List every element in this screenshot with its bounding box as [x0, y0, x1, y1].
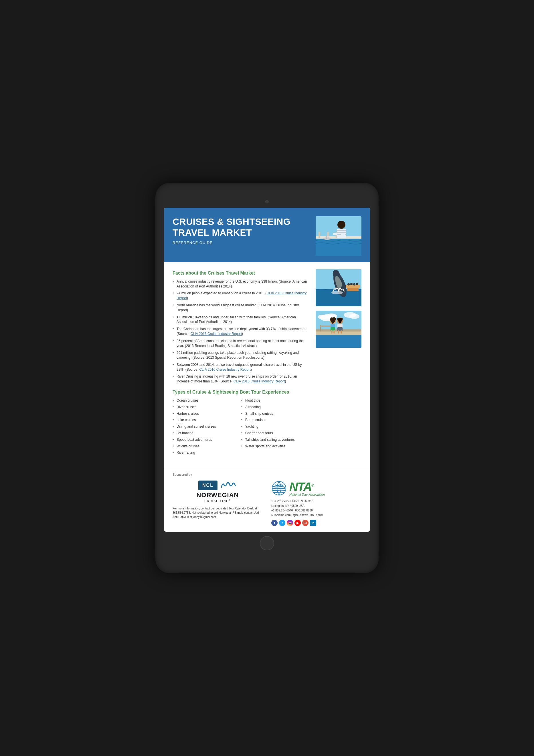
- types-list-2: Float trips Airboating Small-ship cruise…: [241, 398, 310, 448]
- svg-rect-14: [341, 233, 346, 235]
- list-item: Airboating: [241, 405, 310, 410]
- list-item: Between 2008 and 2014, cruise travel out…: [173, 363, 310, 372]
- svg-rect-51: [341, 330, 342, 334]
- ncl-logo: NCL NORWEGIAN CRUISE LINE®: [173, 480, 263, 502]
- list-item: Charter boat tours: [241, 431, 310, 436]
- svg-rect-1: [316, 239, 361, 256]
- list-item: River Cruising is increasing with 18 new…: [173, 374, 310, 384]
- list-item: 24 million people expected to embark on …: [173, 291, 310, 301]
- tablet-screen: CRUISES & SIGHTSEEING TRAVEL MARKET REFE…: [164, 208, 370, 532]
- nta-globe-icon: [271, 480, 287, 496]
- svg-point-27: [350, 283, 352, 285]
- tablet-home-button[interactable]: [260, 536, 274, 550]
- list-item: Yachting: [241, 424, 310, 429]
- types-section-title: Types of Cruise & Sightseeing Boat Tour …: [173, 390, 310, 395]
- nta-city: Lexington, KY 40509 USA: [271, 504, 361, 508]
- list-item: Wildlife cruises: [173, 444, 241, 449]
- facts-section-title: Facts about the Cruises Travel Market: [173, 271, 310, 276]
- list-item: 201 million paddling outings take place …: [173, 350, 310, 360]
- types-section: Types of Cruise & Sightseeing Boat Tour …: [173, 390, 310, 457]
- text-content: Facts about the Cruises Travel Market An…: [173, 269, 310, 457]
- ncl-wave-graphic: [220, 480, 237, 490]
- tablet-camera: [265, 200, 269, 203]
- list-item: The Caribbean has the largest cruise lin…: [173, 327, 310, 337]
- list-item: River rafting: [173, 450, 241, 455]
- google-plus-icon[interactable]: G+: [302, 520, 308, 526]
- list-item: Harbor cruises: [173, 411, 241, 416]
- header-hero-image: [316, 216, 361, 256]
- norwegian-name: NORWEGIAN: [197, 491, 239, 499]
- tablet-frame: CRUISES & SIGHTSEEING TRAVEL MARKET REFE…: [155, 183, 379, 574]
- list-item: Lake cruises: [173, 418, 241, 422]
- svg-point-26: [348, 283, 350, 285]
- social-icons: f t 📷 ▶ G+ in: [271, 520, 361, 526]
- ncl-info-text: For more information, contact our dedica…: [173, 506, 263, 519]
- clia-link-2[interactable]: CLIA 2016 Cruise Industry Report: [191, 332, 242, 336]
- main-content-area: Facts about the Cruises Travel Market An…: [164, 262, 370, 464]
- sponsored-label: Sponsored by: [173, 473, 361, 476]
- facts-section: Facts about the Cruises Travel Market An…: [173, 271, 310, 384]
- svg-rect-46: [333, 330, 335, 334]
- svg-point-33: [318, 315, 328, 319]
- types-columns: Ocean cruises River cruises Harbor cruis…: [173, 398, 310, 457]
- list-item: Dining and sunset cruises: [173, 424, 241, 429]
- nta-address: 101 Prosperous Place, Suite 350: [271, 499, 361, 504]
- svg-rect-25: [346, 285, 360, 288]
- youtube-icon[interactable]: ▶: [295, 520, 301, 526]
- svg-rect-16: [326, 236, 326, 239]
- ncl-section: NCL NORWEGIAN CRUISE LINE®: [173, 480, 263, 519]
- list-item: Jet boating: [173, 431, 241, 436]
- nta-tagline: National Tour Association: [289, 493, 325, 496]
- registered-mark: ®: [229, 499, 231, 501]
- types-col-2: Float trips Airboating Small-ship cruise…: [241, 398, 310, 457]
- list-item: North America has the world's biggest cr…: [173, 303, 310, 312]
- couple-image: [316, 310, 361, 348]
- list-item: 1.8 million 18-year-olds and under saile…: [173, 315, 310, 325]
- nta-section: NTA® National Tour Association 101 Prosp…: [271, 480, 361, 526]
- types-col-1: Ocean cruises River cruises Harbor cruis…: [173, 398, 241, 457]
- list-item: River cruises: [173, 405, 241, 410]
- page-subtitle: REFERENCE GUIDE: [173, 241, 310, 245]
- list-item: Annual cruise industry revenue for the U…: [173, 279, 310, 289]
- clia-link-1[interactable]: CLIA 2016 Cruise Industry Report: [177, 291, 306, 300]
- cruise-line-label: CRUISE LINE®: [204, 499, 231, 502]
- clia-link-3[interactable]: CLIA 2016 Cruise Industry Report: [199, 367, 250, 371]
- svg-point-28: [353, 283, 355, 285]
- svg-rect-10: [337, 230, 346, 231]
- nta-web: NTAonline.com | @NTAnews | #NTAnow: [271, 513, 361, 517]
- list-item: 36 percent of Americans participated in …: [173, 339, 310, 348]
- svg-rect-13: [333, 233, 337, 235]
- whale-image: [316, 269, 361, 306]
- nta-contact: 101 Prosperous Place, Suite 350 Lexingto…: [271, 499, 361, 517]
- footer: Sponsored by NCL: [164, 467, 370, 532]
- types-list-1: Ocean cruises River cruises Harbor cruis…: [173, 398, 241, 455]
- svg-point-8: [338, 221, 345, 228]
- list-item: Water sports and activities: [241, 444, 310, 449]
- svg-rect-45: [331, 330, 332, 334]
- page-title: CRUISES & SIGHTSEEING TRAVEL MARKET: [173, 216, 310, 238]
- ncl-badge: NCL: [198, 480, 217, 490]
- svg-point-23: [331, 291, 343, 294]
- svg-rect-3: [319, 232, 320, 238]
- list-item: Barge cruises: [241, 418, 310, 422]
- header-text: CRUISES & SIGHTSEEING TRAVEL MARKET REFE…: [173, 216, 310, 245]
- instagram-icon[interactable]: 📷: [287, 520, 293, 526]
- nta-text-logo: NTA® National Tour Association: [289, 481, 325, 496]
- svg-rect-36: [316, 334, 361, 348]
- svg-rect-50: [338, 330, 339, 334]
- list-item: Float trips: [241, 398, 310, 403]
- header: CRUISES & SIGHTSEEING TRAVEL MARKET REFE…: [164, 208, 370, 262]
- list-item: Ocean cruises: [173, 398, 241, 403]
- svg-point-29: [356, 283, 358, 285]
- twitter-icon[interactable]: t: [279, 520, 285, 526]
- footer-content: NCL NORWEGIAN CRUISE LINE®: [173, 480, 361, 526]
- facebook-icon[interactable]: f: [271, 520, 278, 526]
- nta-phone: +1.859.264.6540 | 800.682.8886: [271, 508, 361, 513]
- facts-list: Annual cruise industry revenue for the U…: [173, 279, 310, 384]
- linkedin-icon[interactable]: in: [310, 520, 316, 526]
- svg-rect-11: [337, 232, 346, 233]
- right-images: [316, 269, 361, 457]
- clia-link-4[interactable]: CLIA 2016 Cruise Industry Report: [234, 379, 285, 383]
- list-item: Speed boat adventures: [173, 437, 241, 442]
- nta-logo-area: NTA® National Tour Association: [271, 480, 361, 496]
